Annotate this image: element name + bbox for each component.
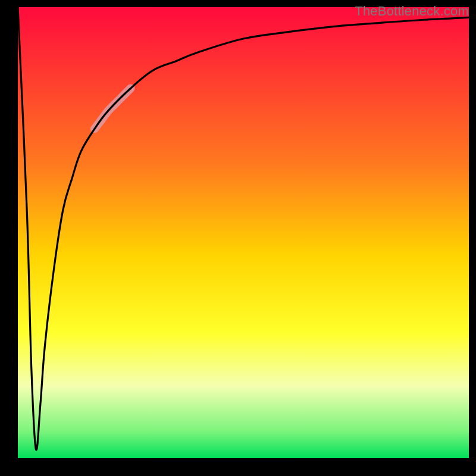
chart-background-gradient: [18, 7, 469, 458]
watermark-text: TheBottleneck.com: [355, 4, 469, 19]
chart-svg: [0, 0, 476, 476]
bottleneck-chart: TheBottleneck.com: [0, 0, 476, 476]
